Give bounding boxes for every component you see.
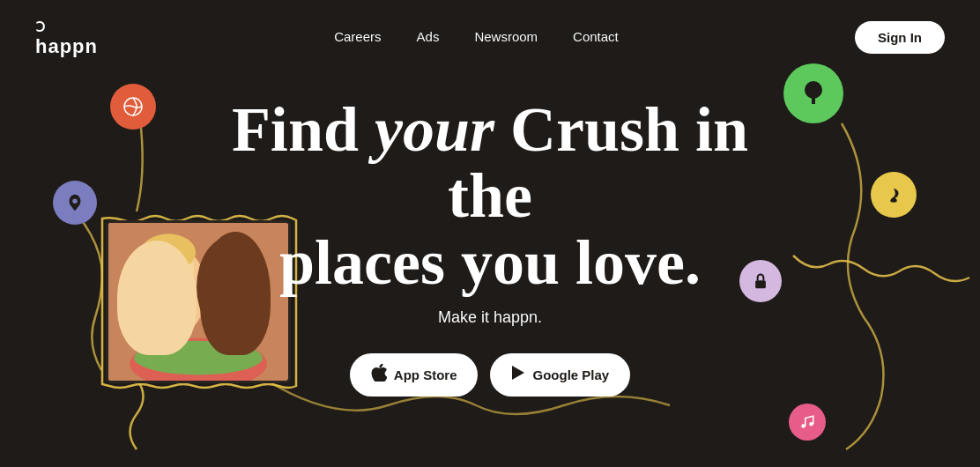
logo[interactable]: ↄ happn <box>35 16 98 58</box>
cta-buttons: App Store Google Play <box>350 353 630 397</box>
logo-icon: ↄ <box>35 16 46 35</box>
svg-point-4 <box>890 200 896 203</box>
svg-point-16 <box>134 341 263 375</box>
svg-point-13 <box>212 236 259 291</box>
nav-ads[interactable]: Ads <box>417 29 440 44</box>
svg-rect-14 <box>221 258 249 271</box>
photo-content <box>108 223 288 381</box>
svg-point-1 <box>72 198 78 204</box>
nav-careers[interactable]: Careers <box>334 29 381 44</box>
circle-orange <box>110 84 156 130</box>
nav-contact[interactable]: Contact <box>573 29 619 44</box>
appstore-label: App Store <box>394 367 457 382</box>
circle-lavender <box>739 260 782 302</box>
hero-subtitle: Make it happn. <box>438 308 542 327</box>
logo-text: happn <box>35 35 98 58</box>
svg-point-12 <box>197 235 269 338</box>
hero-photo <box>106 220 291 383</box>
svg-point-7 <box>809 422 813 426</box>
apple-icon <box>371 364 387 386</box>
svg-rect-5 <box>755 280 766 288</box>
circle-pink <box>789 404 826 441</box>
play-icon <box>511 365 525 385</box>
nav-newsroom[interactable]: Newsroom <box>474 29 538 44</box>
googleplay-button[interactable]: Google Play <box>490 353 630 397</box>
svg-point-9 <box>130 244 206 338</box>
signin-button[interactable]: Sign In <box>855 21 945 54</box>
navigation: ↄ happn Careers Ads Newsroom Contact Sig… <box>0 0 980 74</box>
svg-point-6 <box>801 424 806 428</box>
circle-purple <box>53 181 97 225</box>
circle-yellow <box>871 172 917 218</box>
nav-links: Careers Ads Newsroom Contact <box>334 29 619 45</box>
svg-point-11 <box>141 234 196 271</box>
googleplay-label: Google Play <box>532 367 609 382</box>
appstore-button[interactable]: App Store <box>350 353 479 397</box>
svg-rect-3 <box>812 97 815 104</box>
